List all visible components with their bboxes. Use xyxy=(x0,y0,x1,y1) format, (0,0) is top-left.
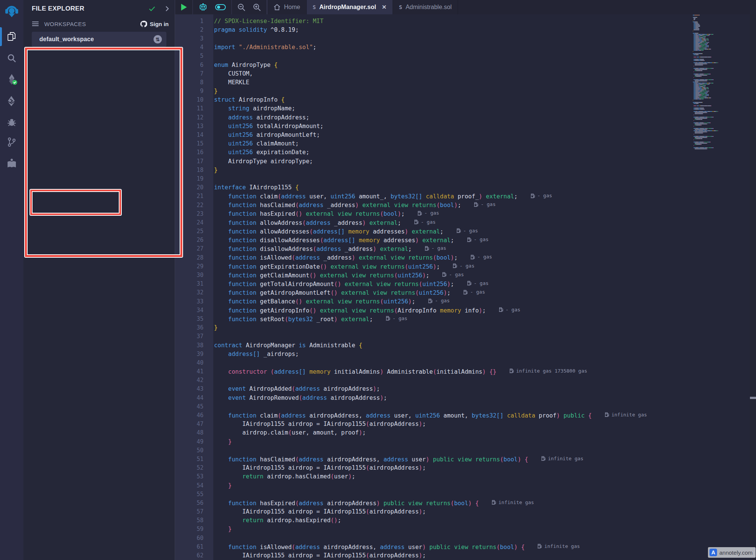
line-number: 47 xyxy=(175,421,203,427)
gas-pump-icon xyxy=(425,246,429,251)
gas-estimate-badge: - gas xyxy=(418,210,439,216)
code-text: contract AirdropManager is Administrable… xyxy=(203,342,362,349)
line-number: 42 xyxy=(175,377,203,384)
code-line: 45 xyxy=(175,402,756,411)
line-number: 23 xyxy=(175,210,203,217)
scrollbar-track[interactable] xyxy=(750,0,756,560)
sidebar-item-search[interactable] xyxy=(0,49,23,67)
code-line: 1// SPDX-License-Identifier: MIT xyxy=(175,17,756,25)
code-text: } xyxy=(203,88,217,94)
gas-pump-icon xyxy=(492,500,496,505)
chevron-right-icon[interactable] xyxy=(165,5,169,12)
code-line: 54 } xyxy=(175,481,756,490)
line-number: 9 xyxy=(175,88,203,94)
gas-estimate-badge: - gas xyxy=(474,201,495,207)
code-line: 52 IAirdrop1155 airdrop = IAirdrop1155(a… xyxy=(175,464,756,472)
line-number: 16 xyxy=(175,149,203,156)
code-text: // SPDX-License-Identifier: MIT xyxy=(203,18,323,25)
code-text: function isAllowed(address _address) ext… xyxy=(203,254,492,261)
workspace-switch-icon[interactable]: ⇅ xyxy=(154,35,162,43)
book-icon xyxy=(6,158,17,168)
zoom-in-button[interactable] xyxy=(253,3,261,12)
gas-pump-icon xyxy=(605,412,609,417)
solidity-compiler-icon xyxy=(6,73,17,85)
sidebar-item-debugger[interactable] xyxy=(0,113,23,131)
file-explorer-icon xyxy=(7,31,17,42)
hamburger-menu-icon[interactable] xyxy=(32,21,39,26)
scrollbar-thumb[interactable] xyxy=(750,397,756,399)
line-number: 48 xyxy=(175,429,203,436)
code-line: 44 event AirdropRemoved(address airdropA… xyxy=(175,393,756,402)
line-number: 62 xyxy=(175,552,203,559)
sol-file-icon: S xyxy=(399,4,402,10)
tab-label: Administrable.sol xyxy=(405,4,452,11)
code-text: function disallowAddress(address _addres… xyxy=(203,245,446,252)
tab-home[interactable]: Home xyxy=(267,0,307,14)
code-line: 2pragma solidity ^0.8.19; xyxy=(175,25,756,34)
code-line: 42 xyxy=(175,376,756,385)
line-number: 52 xyxy=(175,464,203,471)
line-number: 26 xyxy=(175,237,203,243)
line-number: 53 xyxy=(175,473,203,480)
code-line: 16 uint256 expirationDate; xyxy=(175,148,756,157)
editor[interactable]: Home SAirdropManager.sol✕SAdministrable.… xyxy=(175,0,756,560)
code-text: string airdropName; xyxy=(203,105,295,112)
line-number: 28 xyxy=(175,254,203,261)
code-line: 50 xyxy=(175,446,756,455)
workspace-select[interactable]: default_workspace ⇅ xyxy=(32,32,166,47)
gas-estimate-badge: - gas xyxy=(453,263,474,269)
zoom-group xyxy=(232,0,267,14)
code-line: 11 string airdropName; xyxy=(175,104,756,113)
copilot-toggle[interactable] xyxy=(215,3,226,11)
sidebar-item-solidity-compiler[interactable] xyxy=(0,70,23,88)
code-line: 56 function hasExpired(address airdropAd… xyxy=(175,498,756,507)
gas-pump-icon xyxy=(509,368,514,373)
code-line: 26 function disallowAddresses(address[] … xyxy=(175,236,756,244)
code-line: 48 airdrop.claim(user, amount, proof); xyxy=(175,429,756,437)
sidebar-item-deploy-run[interactable] xyxy=(0,92,23,110)
zoom-out-button[interactable] xyxy=(237,3,246,12)
code-line: 5 xyxy=(175,52,756,60)
code-text: function getClaimAmount() external view … xyxy=(203,272,464,279)
line-number: 6 xyxy=(175,62,203,68)
code-line: 7 CUSTOM, xyxy=(175,69,756,78)
gas-pump-icon xyxy=(531,193,535,198)
line-number: 50 xyxy=(175,447,203,454)
sidebar-item-file-explorer[interactable] xyxy=(0,27,23,45)
code-line: 35 function setRoot(bytes32 _root) exter… xyxy=(175,314,756,323)
remix-logo[interactable] xyxy=(0,2,23,20)
panel-title: FILE EXPLORER xyxy=(32,5,148,12)
close-icon[interactable]: ✕ xyxy=(382,4,387,11)
code-area[interactable]: 1// SPDX-License-Identifier: MIT2pragma … xyxy=(175,14,756,560)
play-button[interactable] xyxy=(180,3,187,11)
sign-in-label: Sign in xyxy=(150,21,169,27)
code-text: IAirdrop1155 airdrop = IAirdrop1155(aird… xyxy=(203,552,426,559)
sidebar-item-learneth[interactable] xyxy=(0,154,23,172)
sign-in-button[interactable]: Sign in xyxy=(140,20,169,28)
code-text: function claim(address user, uint256 amo… xyxy=(203,193,552,200)
code-line: 27 function disallowAddress(address _add… xyxy=(175,244,756,253)
code-text: } xyxy=(203,482,232,489)
minimap[interactable] xyxy=(693,11,747,150)
tab-airdropmanager-sol[interactable]: SAirdropManager.sol✕ xyxy=(307,0,393,14)
code-text: MERKLE xyxy=(203,79,249,86)
line-number: 20 xyxy=(175,184,203,191)
code-line: 47 IAirdrop1155 airdrop = IAirdrop1155(a… xyxy=(175,420,756,429)
code-line: 46 function claim(address airdropAddress… xyxy=(175,411,756,419)
code-text: uint256 claimAmount; xyxy=(203,140,299,147)
gas-pump-icon xyxy=(414,219,419,224)
remix-ai-robot-button[interactable] xyxy=(198,2,208,12)
code-line: 18} xyxy=(175,166,756,174)
sidebar-item-git[interactable] xyxy=(0,133,23,151)
tab-administrable-sol[interactable]: SAdministrable.sol xyxy=(393,0,458,14)
line-number: 60 xyxy=(175,535,203,541)
line-number: 33 xyxy=(175,298,203,305)
code-line: 14 uint256 airdropAmountLeft; xyxy=(175,130,756,139)
line-number: 46 xyxy=(175,412,203,419)
code-text: IAirdrop1155 airdrop = IAirdrop1155(aird… xyxy=(203,508,426,515)
code-text: function disallowAddresses(address[] mem… xyxy=(203,237,489,244)
line-number: 34 xyxy=(175,307,203,314)
code-text: event AirdropRemoved(address airdropAddr… xyxy=(203,394,387,401)
code-text: function getExpirationDate() external vi… xyxy=(203,263,475,270)
code-text: pragma solidity ^0.8.19; xyxy=(203,26,299,33)
